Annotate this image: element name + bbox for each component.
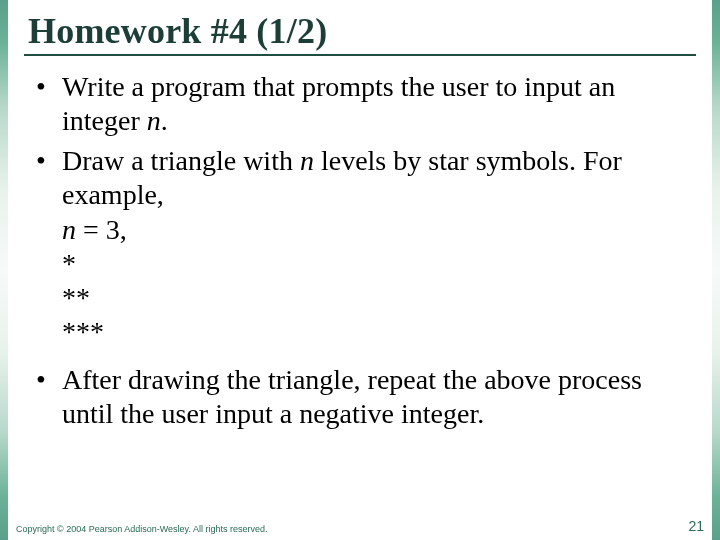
decor-border-right	[712, 0, 720, 540]
bullet-3: After drawing the triangle, repeat the a…	[34, 363, 692, 431]
bullet-2-eq-var: n	[62, 214, 76, 245]
bullet-2-line1-pre: Draw a triangle with	[62, 145, 300, 176]
decor-border-left	[0, 0, 8, 540]
triangle-row-1: *	[62, 247, 692, 281]
copyright-text: Copyright © 2004 Pearson Addison-Wesley.…	[16, 524, 267, 534]
title-underline	[24, 54, 696, 56]
slide: Homework #4 (1/2) Write a program that p…	[0, 0, 720, 540]
page-number: 21	[688, 518, 704, 534]
bullet-2-line1-var: n	[300, 145, 314, 176]
bullet-2-eq: n = 3,	[62, 213, 692, 247]
bullet-1-text-post: .	[161, 105, 168, 136]
bullet-2: Draw a triangle with n levels by star sy…	[34, 144, 692, 349]
triangle-row-3: ***	[62, 315, 692, 349]
bullet-list: Write a program that prompts the user to…	[24, 70, 696, 432]
slide-title: Homework #4 (1/2)	[24, 10, 696, 52]
bullet-1: Write a program that prompts the user to…	[34, 70, 692, 138]
bullet-1-var: n	[147, 105, 161, 136]
bullet-2-eq-rest: = 3,	[76, 214, 127, 245]
footer: Copyright © 2004 Pearson Addison-Wesley.…	[16, 518, 704, 534]
bullet-1-text-pre: Write a program that prompts the user to…	[62, 71, 615, 136]
triangle-row-2: **	[62, 281, 692, 315]
